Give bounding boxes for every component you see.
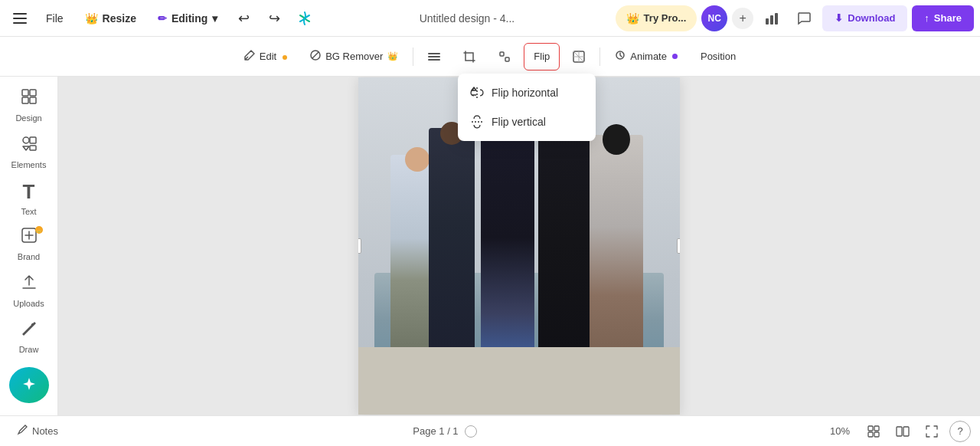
position-small-icon <box>498 51 511 63</box>
svg-rect-21 <box>30 97 36 103</box>
svg-rect-30 <box>897 427 902 436</box>
transparency-button[interactable] <box>563 43 595 71</box>
text-icon: T <box>23 180 35 204</box>
bg-remover-icon <box>310 50 321 63</box>
person-4 <box>538 121 592 364</box>
comments-button[interactable] <box>790 5 818 32</box>
grid-view-icon <box>867 425 880 438</box>
position-button[interactable]: Position <box>691 43 746 71</box>
position-small-button[interactable] <box>488 43 521 71</box>
elements-icon <box>20 134 38 157</box>
try-pro-button[interactable]: 👑 Try Pro... <box>616 5 697 31</box>
uploads-icon <box>20 273 38 296</box>
person-5 <box>590 135 643 364</box>
flip-button[interactable]: Flip <box>524 43 560 71</box>
flip-vertical-icon <box>470 115 484 129</box>
svg-rect-24 <box>30 146 36 150</box>
user-avatar-button[interactable]: NC <box>701 5 727 31</box>
toolbar-divider-1 <box>413 48 413 66</box>
resize-handle-left[interactable] <box>358 238 361 254</box>
sidebar-item-brand[interactable]: Brand 👑 <box>5 221 54 266</box>
redo-button[interactable]: ↪ <box>260 5 288 32</box>
bg-remover-button[interactable]: BG Remover 👑 <box>300 43 408 71</box>
multi-page-icon <box>896 426 910 437</box>
person-3 <box>481 111 534 364</box>
fullscreen-icon <box>926 425 938 438</box>
flip-dropdown: Flip horizontal Flip vertical <box>458 74 596 141</box>
undo-button[interactable]: ↩ <box>230 5 257 32</box>
notes-icon <box>17 425 28 438</box>
top-bar-center: Untitled design - 4... <box>322 9 612 28</box>
redo-icon: ↪ <box>269 10 280 27</box>
zoom-level-button[interactable]: 10% <box>824 421 856 442</box>
animate-button[interactable]: Animate <box>605 43 688 71</box>
svg-rect-23 <box>30 137 36 143</box>
magic-button[interactable] <box>291 5 318 32</box>
svg-rect-31 <box>903 427 909 436</box>
svg-rect-3 <box>766 18 769 25</box>
svg-rect-0 <box>13 13 27 15</box>
download-icon: ⬇ <box>835 12 843 24</box>
sidebar-item-text[interactable]: T Text <box>5 175 54 220</box>
lines-button[interactable] <box>418 43 450 71</box>
svg-point-22 <box>23 137 29 143</box>
crop-icon <box>463 51 475 63</box>
svg-rect-29 <box>874 432 879 437</box>
brand-crown-badge: 👑 <box>35 226 43 234</box>
svg-rect-7 <box>428 53 440 54</box>
notes-button[interactable]: Notes <box>9 420 66 443</box>
left-sidebar: Design Elements T Text <box>0 77 58 415</box>
analytics-button[interactable] <box>758 5 786 32</box>
grid-view-button[interactable] <box>862 421 885 442</box>
sidebar-item-uploads[interactable]: Uploads <box>5 268 54 313</box>
chevron-down-icon: ▾ <box>212 12 217 25</box>
download-button[interactable]: ⬇ Download <box>822 5 907 31</box>
sidebar-item-design[interactable]: Design <box>5 83 54 127</box>
top-toolbar: File 👑 Resize ✏ Editing ▾ ↩ ↪ Untitled d… <box>0 0 980 37</box>
resize-handle-right[interactable] <box>677 238 680 254</box>
hamburger-menu-button[interactable] <box>6 5 34 32</box>
toolbar-divider-2 <box>599 48 600 66</box>
svg-rect-20 <box>22 97 28 103</box>
editing-button[interactable]: ✏ Editing ▾ <box>149 6 227 31</box>
share-button[interactable]: ↑ Share <box>912 5 974 31</box>
flip-horizontal-icon <box>470 86 484 100</box>
resize-button[interactable]: 👑 Resize <box>76 6 145 31</box>
animate-icon <box>615 50 626 63</box>
draw-icon <box>20 319 38 342</box>
design-icon <box>20 87 38 110</box>
flip-horizontal-item[interactable]: Flip horizontal <box>458 78 596 107</box>
try-pro-crown-icon: 👑 <box>626 12 639 25</box>
svg-rect-5 <box>775 13 778 25</box>
bg-remover-crown-icon: 👑 <box>387 51 398 61</box>
add-page-button[interactable]: + <box>732 8 753 29</box>
page-info: Page 1 / 1 <box>72 425 818 438</box>
svg-rect-9 <box>428 59 440 61</box>
person-2 <box>429 128 475 364</box>
animate-badge <box>672 54 678 59</box>
top-bar-left: File 👑 Resize ✏ Editing ▾ ↩ ↪ <box>6 5 318 32</box>
svg-rect-1 <box>13 18 27 19</box>
fullscreen-button[interactable] <box>920 421 943 442</box>
edit-icon <box>244 50 255 63</box>
bottom-bar: Notes Page 1 / 1 10% <box>0 415 980 446</box>
crop-button[interactable] <box>453 43 485 71</box>
zoom-controls: 10% ? <box>824 421 971 442</box>
sidebar-item-elements[interactable]: Elements <box>5 129 54 173</box>
share-icon: ↑ <box>924 12 929 24</box>
lines-icon <box>428 51 440 62</box>
edit-button[interactable]: Edit <box>234 43 297 71</box>
help-button[interactable]: ? <box>949 421 971 442</box>
page-circle <box>465 425 477 438</box>
svg-rect-11 <box>505 57 509 61</box>
svg-rect-27 <box>874 426 879 431</box>
multi-page-view-button[interactable] <box>891 421 914 442</box>
svg-point-15 <box>477 90 483 96</box>
design-title[interactable]: Untitled design - 4... <box>413 9 521 28</box>
sidebar-item-draw[interactable]: Draw <box>5 314 54 359</box>
svg-rect-10 <box>500 52 504 56</box>
file-button[interactable]: File <box>37 6 73 31</box>
flip-vertical-item[interactable]: Flip vertical <box>458 107 596 136</box>
magic-assistant-button[interactable] <box>9 367 49 403</box>
svg-rect-19 <box>30 90 36 96</box>
